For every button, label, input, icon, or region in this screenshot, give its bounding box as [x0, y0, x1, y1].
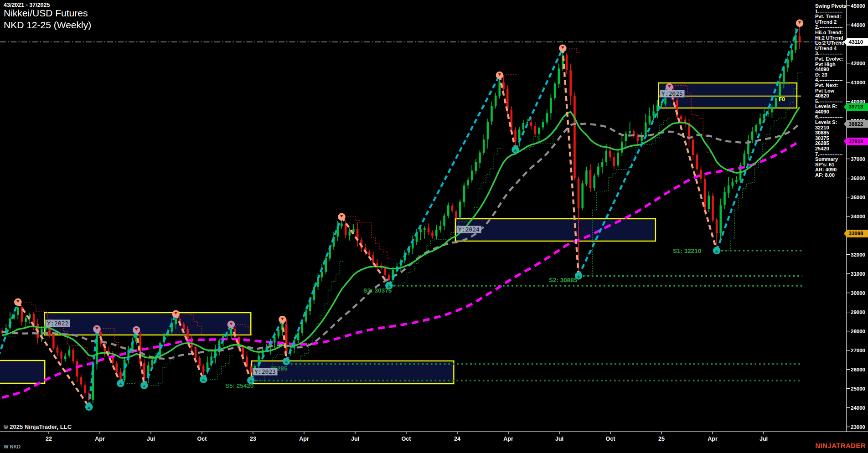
price-tick-label: 36000	[851, 175, 868, 181]
time-tick-label: Jul	[142, 436, 160, 442]
chart-subtitle: NKD 12-25 (Weekly)	[4, 20, 91, 31]
zigzag-upleg-line	[0, 23, 800, 407]
time-tick-label: Apr	[499, 436, 517, 442]
price-tick-label: 41000	[851, 80, 868, 85]
chart-plot-area[interactable]	[0, 0, 868, 453]
time-tick-label: Apr	[703, 436, 722, 442]
down-candle-wicks	[2, 23, 800, 407]
year-box-label-chip[interactable]: Y:2025	[660, 90, 685, 98]
price-marker-chip: 33098	[844, 230, 868, 237]
time-tick-label: 24	[448, 436, 466, 442]
time-tick-label: Jul	[550, 436, 568, 442]
price-tick-label: 29000	[851, 309, 868, 315]
support-level-label: S1: 32210	[673, 247, 701, 254]
price-tick-label: 31000	[851, 271, 868, 277]
time-tick-label: 23	[244, 436, 262, 442]
price-tick-label: 27000	[851, 348, 868, 353]
pivot-panel-line: Pvt. Next:	[815, 83, 851, 88]
year-box-label-chip[interactable]: Y:2024	[456, 226, 481, 233]
time-tick-label: 22	[40, 436, 58, 442]
price-tick-label: 35000	[851, 195, 868, 200]
instrument-watermark: W NKD	[4, 444, 21, 449]
time-tick-label: Oct	[193, 436, 211, 442]
support-level-label: S2: 30885	[549, 277, 577, 283]
support-level-label: S5: 25420	[225, 382, 253, 389]
ninjatrader-chart-window: 43/2021 - 37/2025 Nikkei/USD Futures NKD…	[0, 0, 868, 453]
swing-pivots-panel: Swing Pivots1.--------------Pvt. Trend:U…	[815, 4, 851, 178]
year-range-box	[44, 313, 251, 335]
pivot-panel-line: Pvt. Evolve:	[815, 57, 851, 62]
price-tick-label: 24000	[851, 405, 868, 411]
price-marker-chip: 37919	[844, 138, 868, 145]
price-tick-label: 42000	[851, 61, 868, 66]
year-range-box	[0, 360, 45, 383]
price-tick-label: 44000	[851, 22, 868, 28]
time-tick-label: Jul	[346, 436, 364, 442]
pivot-panel-line: 25420	[815, 146, 851, 152]
time-tick-label: Oct	[397, 436, 415, 442]
price-marker-chip: 39713	[844, 103, 868, 111]
price-tick-label: 37000	[851, 156, 868, 162]
support-level-label: S3: 30375	[363, 287, 392, 294]
pivot-panel-line: AF: 8.00	[815, 173, 851, 178]
price-tick-label: 30000	[851, 290, 868, 296]
copyright-watermark: © 2025 NinjaTrader, LLC	[4, 423, 72, 430]
price-tick-label: 23000	[851, 424, 868, 430]
date-range-label: 43/2021 - 37/2025	[4, 2, 50, 8]
price-tick-label: 25000	[851, 386, 868, 391]
time-tick-label: Apr	[91, 436, 109, 442]
year-range-box	[455, 219, 656, 241]
price-marker-chip: 38822	[844, 120, 868, 128]
price-tick-label: 28000	[851, 329, 868, 334]
price-tick-label: 45000	[851, 3, 868, 9]
fib-level-label: F0	[779, 96, 785, 103]
price-tick-label: 26000	[851, 367, 868, 372]
time-tick-label: Jul	[754, 436, 773, 442]
chart-title: Nikkei/USD Futures	[4, 8, 88, 19]
pivot-panel-line: Swing Pivots	[815, 4, 851, 9]
pivot-panel-line: 40820	[815, 93, 851, 99]
year-box-label-chip[interactable]: Y:2022	[45, 319, 70, 327]
time-tick-label: 25	[652, 436, 671, 442]
ninjatrader-logo: NINJATRADER	[815, 442, 866, 449]
price-marker-chip: 43110	[844, 38, 868, 46]
price-tick-label: 32000	[851, 252, 868, 257]
pivot-panel-line: 44090	[815, 67, 851, 72]
pivot-panel-line: HiLo Trend:	[815, 30, 851, 36]
time-tick-label: Oct	[601, 436, 620, 442]
time-tick-label: Apr	[295, 436, 313, 442]
price-tick-label: 34000	[851, 214, 868, 219]
year-box-label-chip[interactable]: Y:2023	[253, 368, 278, 376]
